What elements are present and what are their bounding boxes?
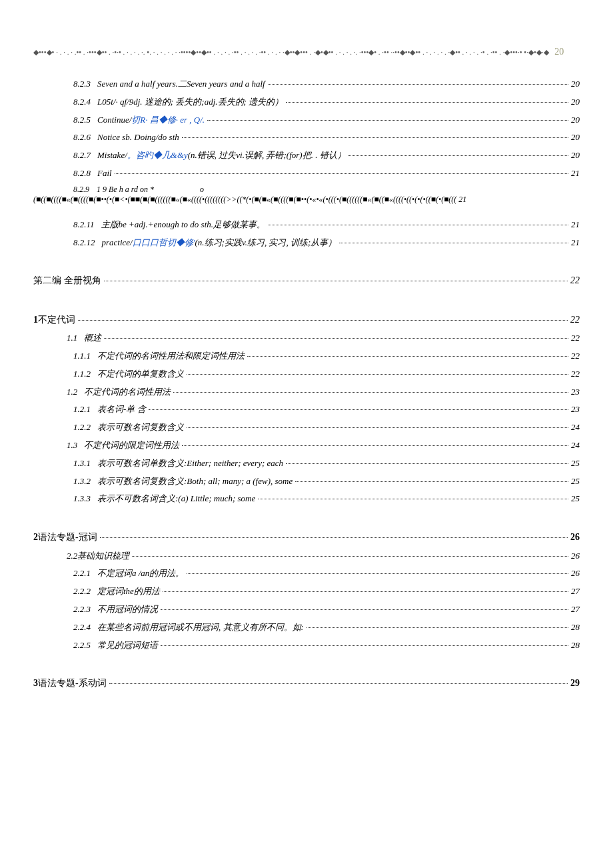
toc-entry: 2.2基础知识梳理26 <box>33 549 580 563</box>
toc-page: 29 <box>570 676 580 691</box>
toc-text: 2语法专题-冠词 <box>33 530 97 545</box>
toc-text: Notice sb. Doing/do sth <box>97 131 179 145</box>
toc-entry: 1.1概述22 <box>33 331 580 345</box>
toc-page: 22 <box>570 273 580 288</box>
toc-entry: 2.2.4在某些名词前用冠词或不用冠词, 其意义有所不同。如:28 <box>33 621 580 635</box>
toc-number: 2.2.3 <box>73 603 91 617</box>
toc-leader-dots <box>149 409 568 410</box>
toc-leader-dots <box>268 84 568 85</box>
toc-leader-dots <box>286 463 568 464</box>
toc-text: 不定代词的限定词性用法 <box>84 439 179 453</box>
toc-garbled-line: (■((■((((■«(■((((■(■••(•(■<•(■■(■(■(((((… <box>33 195 466 204</box>
toc-text: 常见的冠词短语 <box>97 639 158 653</box>
toc-page: 22 <box>570 313 580 327</box>
toc-leader-dots <box>286 102 568 103</box>
toc-leader-dots <box>187 374 568 375</box>
toc-text: Fail <box>97 167 112 181</box>
toc-text: 定冠词the的用法 <box>97 585 160 599</box>
toc-entry: 8.2.4L05t/· qf/9dj. 迷途的; 丢失的;adj.丢失的; 遗失… <box>33 95 580 109</box>
toc-page: 27 <box>571 603 580 617</box>
toc-leader-dots <box>104 338 568 339</box>
toc-entry: 2.2.2定冠词the的用法27 <box>33 585 580 599</box>
toc-leader-dots <box>182 445 568 446</box>
toc-entry: 1.1.2不定代词的单复数含义22 <box>33 367 580 381</box>
toc-text: 表名词-单 含 <box>97 403 146 417</box>
toc-text: 第二编 全册视角 <box>33 273 101 288</box>
toc-number: 8.2.7 <box>73 149 91 163</box>
toc-number: 8.2.3 <box>73 77 91 91</box>
toc-page: 20 <box>571 149 580 163</box>
toc-block: 8.2.11主版be +adj.+enough to do sth.足够做某事。… <box>33 218 580 691</box>
toc-entry: 3语法专题-系动词29 <box>33 676 580 691</box>
toc-number: 2.2.4 <box>73 621 91 635</box>
toc-leader-dots <box>295 481 568 482</box>
toc-entry-garbled: 8.2.9 1 9 Be h a rd on * o (■((■((((■«(■… <box>33 185 580 205</box>
header-dots: ◆•••◆• · . · . · .•• . ·•••◆•• . ·•·• . … <box>33 48 549 56</box>
toc-leader-dots <box>268 225 568 225</box>
toc-number: 2.2.2 <box>73 585 91 599</box>
toc-text: 不定代词的单复数含义 <box>97 367 184 381</box>
toc-leader-dots <box>161 609 568 610</box>
toc-leader-dots <box>258 499 568 499</box>
toc-number: 1.2.1 <box>73 403 91 417</box>
toc-entry: 2.2.1不定冠词a /an的用法。26 <box>33 567 580 581</box>
toc-text: 表示不可数名词含义:(a) Little; much; some <box>97 492 255 506</box>
toc-leader-dots <box>100 537 568 538</box>
toc-entry: 1.2.2表示可数名词复数含义24 <box>33 421 580 435</box>
toc-number: 8.2.8 <box>73 167 91 181</box>
toc-leader-dots <box>187 427 568 428</box>
toc-number: 8.2.6 <box>73 131 91 145</box>
toc-number: 8.2.11 <box>73 218 95 232</box>
toc-text: 在某些名词前用冠词或不用冠词, 其意义有所不同。如: <box>97 621 304 635</box>
toc-page: 20 <box>571 113 580 127</box>
toc-leader-dots <box>187 573 568 574</box>
toc-number: 1.1.1 <box>73 349 91 363</box>
toc-page: 26 <box>571 567 580 581</box>
toc-leader-dots <box>339 243 568 243</box>
document-page: ◆•••◆• · . · . · .•• . ·•••◆•• . ·•·• . … <box>0 0 613 735</box>
toc-entry: 8.2.5Continue/切R· 昌◆修· er , Q/.20 <box>33 113 580 127</box>
toc-entry: 2.2.5常见的冠词短语28 <box>33 639 580 653</box>
toc-text: Seven and a half years.二Seven years and … <box>97 77 265 91</box>
toc-entry: 8.2.3Seven and a half years.二Seven years… <box>33 77 580 91</box>
toc-number: 8.2.4 <box>73 95 91 109</box>
toc-entry: 2语法专题-冠词26 <box>33 530 580 545</box>
toc-number: 1.3.1 <box>73 457 91 471</box>
toc-number: 1.3 <box>67 439 77 453</box>
toc-entry: 1.3.1表示可数名词单数含义:Either; neither; every; … <box>33 457 580 471</box>
header-page-number: 20 <box>554 47 564 57</box>
toc-page: 21 <box>571 218 580 232</box>
toc-page: 20 <box>571 95 580 109</box>
toc-page: 28 <box>571 639 580 653</box>
toc-page: 24 <box>571 439 580 453</box>
toc-entry: 1.3.3表示不可数名词含义:(a) Little; much; some25 <box>33 492 580 506</box>
toc-block: 8.2.3Seven and a half years.二Seven years… <box>33 77 580 181</box>
toc-number: 8.2.5 <box>73 113 91 127</box>
toc-page: 22 <box>571 367 580 381</box>
toc-number: 1.3.3 <box>73 492 91 506</box>
toc-text: 3语法专题-系动词 <box>33 676 107 691</box>
toc-leader-dots <box>173 392 568 393</box>
toc-page: 26 <box>570 530 580 545</box>
toc-page: 22 <box>571 331 580 345</box>
toc-text: Continue/切R· 昌◆修· er , Q/. <box>97 113 205 127</box>
toc-entry: 2.2.3不用冠词的情况27 <box>33 603 580 617</box>
toc-page: 23 <box>571 403 580 417</box>
toc-text: 概述 <box>84 331 101 345</box>
toc-page: 22 <box>571 349 580 363</box>
toc-page: 28 <box>571 621 580 635</box>
toc-text: 不定冠词a /an的用法。 <box>97 567 184 581</box>
toc-number: 8.2.12 <box>73 236 95 250</box>
toc-page: 25 <box>571 457 580 471</box>
toc-entry: 1.3不定代词的限定词性用法24 <box>33 439 580 453</box>
toc-entry: 8.2.12practice/口口口哲切◆修'(n.练习;实践v.练习, 实习,… <box>33 236 580 250</box>
toc-text: 表示可数名词单数含义:Either; neither; every; each <box>97 457 283 471</box>
toc-leader-dots <box>163 591 568 592</box>
toc-number: 1.1.2 <box>73 367 91 381</box>
toc-leader-dots <box>348 155 568 156</box>
toc-number: 1.2.2 <box>73 421 91 435</box>
toc-entry: 1.2.1表名词-单 含23 <box>33 403 580 417</box>
toc-number: 1.2 <box>67 385 77 399</box>
toc-page: 25 <box>571 475 580 489</box>
toc-leader-dots <box>115 173 568 174</box>
